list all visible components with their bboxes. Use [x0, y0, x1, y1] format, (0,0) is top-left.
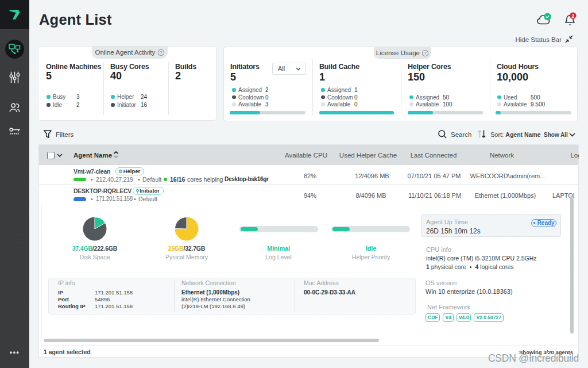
svg-text:?: ? [424, 51, 427, 56]
svg-text:?: ? [160, 50, 162, 55]
svg-text:2: 2 [571, 13, 574, 19]
